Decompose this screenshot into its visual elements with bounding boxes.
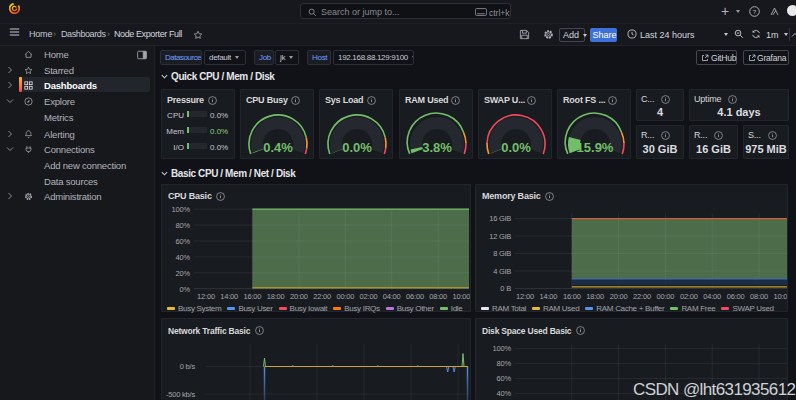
svg-text:40%: 40% — [176, 253, 191, 262]
svg-text:14:00: 14:00 — [540, 292, 558, 301]
svg-text:02:00: 02:00 — [680, 292, 698, 301]
svg-text:10:00: 10:00 — [453, 292, 470, 301]
svg-text:10:00: 10:00 — [774, 292, 787, 301]
svg-text:18:00: 18:00 — [267, 292, 285, 301]
svg-text:60%: 60% — [497, 374, 512, 383]
svg-text:06:00: 06:00 — [727, 292, 745, 301]
svg-text:-500 kb/s: -500 kb/s — [166, 390, 195, 399]
svg-text:20:00: 20:00 — [290, 292, 308, 301]
svg-text:20:00: 20:00 — [610, 292, 628, 301]
svg-text:04:00: 04:00 — [703, 292, 721, 301]
svg-text:12:00: 12:00 — [516, 292, 534, 301]
svg-text:02:00: 02:00 — [360, 292, 378, 301]
svg-text:16:00: 16:00 — [563, 292, 581, 301]
svg-text:8 GiB: 8 GiB — [493, 249, 511, 258]
svg-text:00:00: 00:00 — [657, 292, 675, 301]
svg-text:80%: 80% — [497, 359, 512, 368]
svg-text:22:00: 22:00 — [633, 292, 651, 301]
svg-text:40%: 40% — [497, 389, 512, 398]
svg-text:06:00: 06:00 — [406, 292, 424, 301]
svg-text:08:00: 08:00 — [429, 292, 447, 301]
svg-text:18:00: 18:00 — [586, 292, 604, 301]
svg-text:12:00: 12:00 — [197, 292, 215, 301]
svg-text:16:00: 16:00 — [244, 292, 262, 301]
svg-text:0 b/s: 0 b/s — [180, 362, 196, 371]
svg-text:04:00: 04:00 — [383, 292, 401, 301]
svg-text:4 GiB: 4 GiB — [493, 267, 511, 276]
svg-text:20%: 20% — [176, 269, 191, 278]
svg-text:100%: 100% — [493, 344, 512, 353]
svg-text:08:00: 08:00 — [750, 292, 768, 301]
svg-text:00:00: 00:00 — [336, 292, 354, 301]
svg-text:16 GiB: 16 GiB — [489, 214, 511, 223]
svg-text:100%: 100% — [172, 205, 191, 214]
svg-text:80%: 80% — [176, 221, 191, 230]
svg-text:0 B: 0 B — [500, 284, 511, 293]
svg-text:?: ? — [753, 7, 757, 14]
svg-text:60%: 60% — [176, 237, 191, 246]
svg-text:14:00: 14:00 — [220, 292, 238, 301]
svg-text:12 GiB: 12 GiB — [489, 232, 511, 241]
svg-text:0%: 0% — [180, 285, 191, 294]
svg-text:22:00: 22:00 — [313, 292, 331, 301]
